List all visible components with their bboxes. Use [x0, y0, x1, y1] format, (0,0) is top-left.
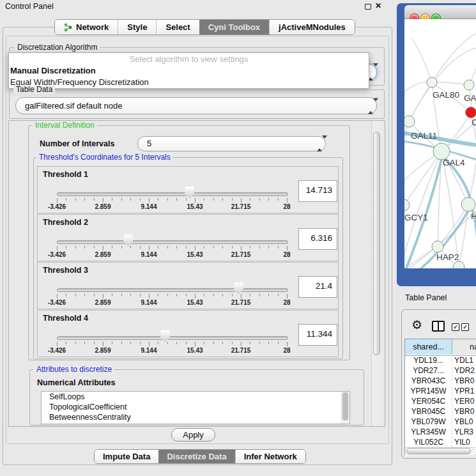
slider-tick-label: 21.715 — [231, 251, 251, 258]
slider-tick-label: 28 — [283, 347, 290, 354]
tab-cyni-toolbox[interactable]: Cyni Toolbox — [199, 20, 269, 35]
cell-name[interactable]: YIL0 — [454, 437, 476, 447]
table-data-combobox[interactable]: galFiltered.sif default node — [15, 97, 377, 114]
tab-label: Discretize Data — [167, 452, 226, 461]
table-row[interactable]: YBL079WYBL0 — [405, 417, 476, 427]
tab-discretize-data[interactable]: Discretize Data — [158, 450, 234, 463]
cell-name[interactable]: YPR1 — [454, 386, 476, 396]
tab-style[interactable]: Style — [118, 20, 156, 35]
slider-tick — [204, 198, 204, 201]
checkbox-icon[interactable]: ✓ — [452, 323, 459, 331]
cell-shared-name[interactable]: YIL052C — [405, 437, 452, 447]
slider-tick-label: 28 — [283, 299, 290, 306]
slider-tick — [84, 342, 85, 344]
checkbox-icon[interactable]: ✓ — [461, 323, 469, 331]
slider-tick — [232, 294, 233, 296]
threshold-value-field[interactable]: 6.316 — [298, 228, 337, 250]
threshold-value-field[interactable]: 14.713 — [298, 180, 337, 202]
cell-shared-name[interactable]: YER054C — [405, 396, 452, 406]
column-header-name[interactable]: na — [452, 339, 476, 355]
table-header: shared... na — [405, 339, 476, 356]
number-of-intervals-spinner[interactable]: 5 — [137, 136, 326, 151]
tab-infer-network[interactable]: Infer Network — [235, 450, 305, 463]
slider-track[interactable] — [57, 192, 288, 196]
dropdown-item-manual-discretization[interactable]: Manual Discretization — [9, 65, 369, 77]
float-window-icon[interactable] — [365, 4, 371, 10]
cell-shared-name[interactable]: YDL19... — [405, 355, 452, 365]
table-row[interactable]: YDR27...YDR2 — [405, 365, 476, 376]
gear-icon[interactable]: ⚙ — [411, 319, 422, 331]
table-row[interactable]: YPR145WYPR1 — [405, 386, 476, 396]
cell-name[interactable]: YDL1 — [454, 355, 476, 365]
network-node[interactable] — [427, 77, 437, 88]
table-row[interactable]: YBR043CYBR0 — [405, 376, 476, 386]
slider-track[interactable] — [57, 336, 288, 340]
cell-name[interactable]: YBR0 — [454, 376, 476, 386]
tab-network[interactable]: Network — [55, 20, 118, 35]
network-node[interactable] — [461, 197, 475, 211]
top-tab-bar: NetworkStyleSelectCyni ToolboxjActiveMNo… — [54, 19, 355, 35]
slider-tick — [186, 342, 187, 344]
numerical-attributes-label: Numerical Attributes — [37, 378, 115, 387]
slider-tick-label: 9.144 — [141, 299, 157, 306]
table-row[interactable]: YDL19...YDL1 — [405, 355, 476, 365]
cell-shared-name[interactable]: YDR27... — [405, 365, 452, 376]
table-row[interactable]: YLR345WYLR3 — [405, 427, 476, 437]
tab-select[interactable]: Select — [156, 20, 199, 35]
network-node[interactable] — [404, 116, 415, 127]
apply-button[interactable]: Apply — [171, 428, 215, 441]
threshold-value-field[interactable]: 11.344 — [298, 324, 337, 346]
network-node[interactable] — [464, 80, 474, 90]
network-canvas[interactable]: GAL80GACGAL11GAL4GCY1HHAP2 — [404, 19, 476, 268]
cell-shared-name[interactable]: YBR045C — [405, 406, 452, 417]
column-header-shared-name[interactable]: shared... — [405, 339, 452, 355]
slider-track[interactable] — [57, 288, 288, 292]
table-horizontal-scrollbar-thumb[interactable] — [406, 448, 471, 454]
slider-tick — [250, 294, 250, 296]
slider-tick — [278, 342, 279, 344]
slider-handle[interactable] — [234, 282, 243, 295]
slider-tick-label: 28 — [283, 203, 290, 210]
network-node[interactable] — [404, 199, 410, 211]
attribute-item-selfloops[interactable]: SelfLoops — [42, 392, 349, 402]
network-window-titlebar[interactable] — [404, 5, 476, 19]
split-columns-icon[interactable] — [432, 321, 445, 332]
vertical-scrollbar-thumb[interactable] — [373, 132, 380, 355]
cell-name[interactable]: YBR0 — [454, 406, 476, 417]
slider-handle[interactable] — [123, 234, 133, 247]
attributes-list-scrollbar-thumb[interactable] — [342, 392, 348, 420]
slider-tick — [75, 294, 76, 296]
cell-name[interactable]: YDR2 — [454, 365, 476, 376]
slider-tick — [103, 294, 104, 298]
table-row[interactable]: YIL052CYIL0 — [405, 437, 476, 447]
network-node[interactable] — [432, 241, 443, 252]
tab-jactivemnodules[interactable]: jActiveMNodules — [269, 20, 355, 35]
cell-shared-name[interactable]: YBR043C — [405, 376, 452, 386]
close-icon[interactable]: ✕ — [375, 1, 381, 10]
slider-handle[interactable] — [185, 187, 194, 199]
cell-shared-name[interactable]: YPR145W — [405, 386, 452, 396]
cell-shared-name[interactable]: YBL079W — [405, 417, 452, 427]
tab-label: Infer Network — [244, 452, 297, 461]
table-row[interactable]: YER054CYER0 — [405, 396, 476, 406]
attribute-item-betweennesscentrality[interactable]: BetweennessCentrality — [42, 412, 349, 422]
cell-name[interactable]: YER0 — [454, 396, 476, 406]
network-node[interactable] — [453, 261, 464, 268]
dropdown-item-equal-width-frequency[interactable]: Equal Width/Frequency Discretization — [9, 77, 369, 88]
numerical-attributes-list: SelfLoopsTopologicalCoefficientBetweenne… — [41, 391, 350, 424]
table-row[interactable]: YBR045CYBR0 — [405, 406, 476, 417]
threshold-value-field[interactable]: 21.4 — [298, 276, 337, 298]
slider-track[interactable] — [57, 240, 288, 244]
slider-tick — [232, 198, 233, 201]
cell-name[interactable]: YLR3 — [454, 427, 476, 437]
slider-tick-label: 9.144 — [141, 203, 157, 210]
slider-tick — [167, 294, 168, 296]
attribute-item-topologicalcoefficient[interactable]: TopologicalCoefficient — [42, 402, 349, 412]
cell-shared-name[interactable]: YLR345W — [405, 427, 452, 437]
network-node[interactable] — [466, 107, 476, 118]
tab-label: Impute Data — [103, 452, 150, 461]
dropdown-placeholder-item[interactable]: Select algorithm to view settings — [9, 53, 369, 65]
tab-impute-data[interactable]: Impute Data — [95, 450, 158, 463]
slider-handle[interactable] — [160, 330, 170, 342]
cell-name[interactable]: YBL0 — [454, 417, 476, 427]
